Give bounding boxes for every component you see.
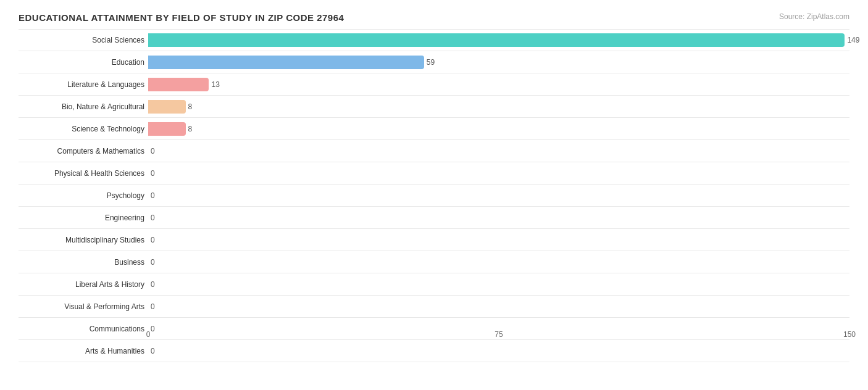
bar-label: Social Sciences bbox=[19, 36, 148, 44]
bar-row: Engineering0 bbox=[19, 207, 849, 229]
chart-title: EDUCATIONAL ATTAINMENT BY FIELD OF STUDY… bbox=[19, 12, 849, 23]
bar-label: Literature & Languages bbox=[19, 80, 148, 89]
bar-value: 0 bbox=[151, 302, 155, 311]
bar-value: 149 bbox=[847, 36, 859, 44]
bar-row: Visual & Performing Arts0 bbox=[19, 296, 849, 318]
bar-value: 0 bbox=[151, 169, 155, 178]
bar-value: 8 bbox=[188, 102, 193, 111]
bar-fill bbox=[148, 100, 186, 114]
bar-value: 0 bbox=[151, 236, 155, 244]
bar-track: 0 bbox=[148, 340, 849, 362]
bar-track: 0 bbox=[148, 296, 849, 317]
bar-fill bbox=[148, 33, 845, 47]
bar-label: Science & Technology bbox=[19, 125, 148, 133]
bar-label: Education bbox=[19, 58, 148, 67]
x-axis-label: 75 bbox=[495, 330, 503, 339]
bar-row: Science & Technology8 bbox=[19, 118, 849, 140]
bar-label: Bio, Nature & Agricultural bbox=[19, 102, 148, 111]
chart-container: EDUCATIONAL ATTAINMENT BY FIELD OF STUDY… bbox=[0, 0, 868, 390]
bar-label: Engineering bbox=[19, 214, 148, 222]
bar-track: 0 bbox=[148, 273, 849, 295]
bar-row: Liberal Arts & History0 bbox=[19, 273, 849, 296]
bar-fill bbox=[148, 122, 186, 136]
bar-track: 0 bbox=[148, 251, 849, 273]
bar-label: Visual & Performing Arts bbox=[19, 302, 148, 311]
x-axis-label: 0 bbox=[146, 330, 151, 339]
x-axis: 075150 bbox=[148, 320, 849, 339]
bar-value: 13 bbox=[211, 80, 219, 89]
chart-area: Social Sciences149Education59Literature … bbox=[19, 29, 849, 339]
bar-track: 8 bbox=[148, 96, 849, 117]
bar-track: 0 bbox=[148, 162, 849, 184]
bar-label: Multidisciplinary Studies bbox=[19, 236, 148, 244]
bar-value: 0 bbox=[151, 347, 155, 355]
source-label: Source: ZipAtlas.com bbox=[779, 12, 849, 21]
bar-track: 0 bbox=[148, 185, 849, 206]
bar-value: 0 bbox=[151, 258, 155, 267]
bar-label: Business bbox=[19, 258, 148, 267]
bar-row: Literature & Languages13 bbox=[19, 73, 849, 96]
bar-value: 8 bbox=[188, 125, 193, 133]
bar-row: Business0 bbox=[19, 251, 849, 273]
bar-row: Bio, Nature & Agricultural8 bbox=[19, 96, 849, 118]
bar-row: Education59 bbox=[19, 51, 849, 73]
bars-section: Social Sciences149Education59Literature … bbox=[19, 29, 849, 320]
bar-track: 149 bbox=[148, 30, 849, 51]
bar-value: 0 bbox=[151, 280, 155, 289]
bar-row: Psychology0 bbox=[19, 185, 849, 207]
bar-value: 0 bbox=[151, 214, 155, 222]
bar-label: Communications bbox=[19, 325, 148, 333]
bar-row: Physical & Health Sciences0 bbox=[19, 162, 849, 185]
bar-label: Physical & Health Sciences bbox=[19, 169, 148, 178]
x-axis-label: 150 bbox=[843, 330, 856, 339]
bar-value: 59 bbox=[427, 58, 435, 67]
bar-label: Computers & Mathematics bbox=[19, 147, 148, 156]
bar-row: Arts & Humanities0 bbox=[19, 340, 849, 362]
bar-fill bbox=[148, 78, 209, 91]
bar-value: 0 bbox=[151, 191, 155, 200]
bar-label: Liberal Arts & History bbox=[19, 280, 148, 289]
bar-track: 13 bbox=[148, 73, 849, 95]
bar-value: 0 bbox=[151, 147, 155, 156]
bar-track: 8 bbox=[148, 118, 849, 139]
bar-row: Computers & Mathematics0 bbox=[19, 140, 849, 162]
bar-row: Social Sciences149 bbox=[19, 29, 849, 51]
bar-track: 0 bbox=[148, 207, 849, 228]
bar-label: Arts & Humanities bbox=[19, 347, 148, 355]
bar-track: 0 bbox=[148, 229, 849, 251]
bar-row: Multidisciplinary Studies0 bbox=[19, 229, 849, 251]
bar-label: Psychology bbox=[19, 191, 148, 200]
bar-fill bbox=[148, 56, 424, 69]
bar-track: 0 bbox=[148, 140, 849, 162]
bar-track: 59 bbox=[148, 51, 849, 73]
